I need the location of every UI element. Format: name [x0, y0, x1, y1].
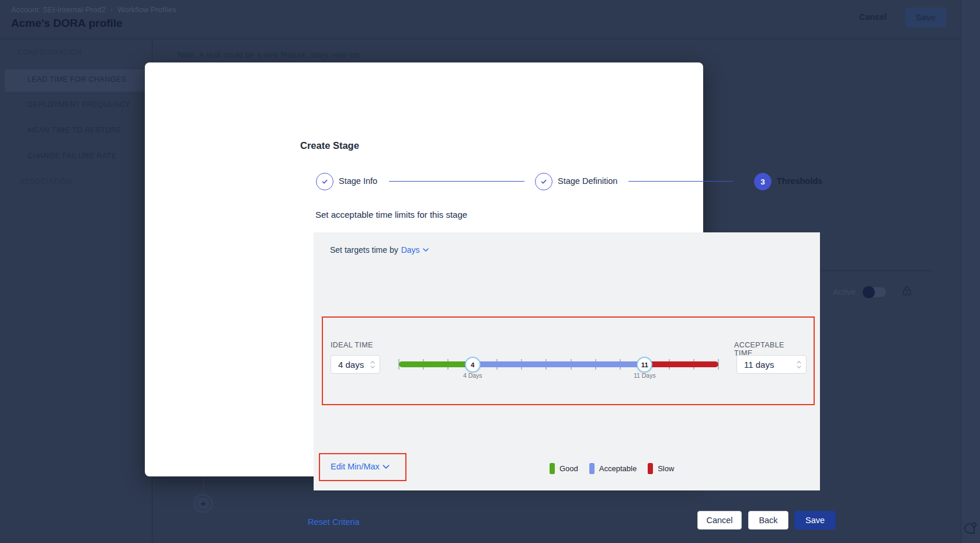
check-icon [540, 177, 548, 186]
step1-check-circle [316, 173, 333, 190]
modal-title: Create Stage [300, 140, 359, 151]
header-save-button: Save [905, 8, 946, 27]
step3-number-circle: 3 [754, 173, 772, 190]
modal-save-button[interactable]: Save [794, 511, 836, 530]
legend-item-acceptable: Acceptable [589, 463, 637, 474]
good-segment [399, 361, 472, 367]
step1-label[interactable]: Stage Info [339, 176, 377, 186]
chevron-down-icon [423, 248, 429, 252]
add-stage-button: + [196, 496, 210, 510]
edit-minmax-button[interactable]: Edit Min/Max [331, 462, 390, 471]
legend-item-slow: Slow [648, 463, 674, 474]
step2-label[interactable]: Stage Definition [558, 176, 617, 186]
modal-subtitle: Set acceptable time limits for this stag… [315, 210, 467, 220]
sidebar-item-mean-time-to-restore: MEAN TIME TO RESTORE [27, 126, 121, 134]
spinner-up-icon[interactable] [370, 361, 375, 364]
breadcrumb-account: Account: SEI-Internal-Prod2 [11, 5, 106, 14]
header-cancel-button: Cancel [859, 12, 887, 22]
threshold-legend: Good Acceptable Slow [550, 463, 674, 474]
sidebar-item-change-failure-rate: CHANGE FAILURE RATE [27, 152, 117, 160]
lock-icon [902, 286, 912, 296]
reset-criteria-link[interactable]: Reset Criteria [308, 517, 360, 527]
ideal-time-stepper[interactable] [370, 361, 375, 368]
active-toggle [864, 287, 886, 297]
unit-dropdown-value[interactable]: Days [401, 245, 420, 255]
check-icon [321, 177, 329, 186]
note-text: Note: A task could be a new feature, sto… [178, 50, 363, 60]
breadcrumb: Account: SEI-Internal-Prod2 › Workflow P… [11, 5, 176, 14]
ideal-slider-handle[interactable]: 4 [465, 357, 481, 373]
good-label: Good [559, 464, 578, 473]
spinner-up-icon[interactable] [797, 361, 801, 364]
acceptable-segment [472, 361, 645, 367]
slow-label: Slow [658, 464, 674, 473]
edit-minmax-label[interactable]: Edit Min/Max [331, 462, 380, 471]
step3-label: Thresholds [777, 176, 822, 186]
acceptable-time-value[interactable]: 11 days [744, 360, 774, 370]
chat-help-icon [962, 521, 978, 536]
sidebar-item-lead-time-for-changes: LEAD TIME FOR CHANGES [27, 75, 126, 83]
chevron-down-icon [383, 465, 390, 469]
ideal-time-value[interactable]: 4 days [338, 360, 364, 370]
good-swatch [550, 463, 555, 474]
right-panel-edge [961, 0, 980, 543]
step2-check-circle [535, 173, 552, 190]
slow-segment [645, 361, 718, 367]
breadcrumb-workflow-profiles: Workflow Profiles [117, 5, 176, 14]
legend-item-good: Good [550, 463, 578, 474]
ideal-time-label: IDEAL TIME [331, 341, 373, 349]
ideal-handle-caption: 4 Days [455, 372, 490, 379]
header-divider [0, 39, 980, 39]
sidebar-group-configuration: CONFIGURATION [18, 48, 82, 57]
acceptable-handle-caption: 11 Days [627, 372, 662, 379]
slow-swatch [648, 463, 653, 474]
set-targets-label: Set targets time by [330, 245, 398, 255]
step-connector-2 [628, 181, 733, 182]
breadcrumb-chevron-icon: › [110, 5, 113, 14]
sidebar-item-deployment-frequency: DEPLOYMENT FREQUENCY [27, 100, 130, 109]
acceptable-time-stepper[interactable] [797, 361, 801, 368]
threshold-slider-track[interactable] [399, 359, 718, 370]
modal-cancel-button[interactable]: Cancel [697, 511, 742, 530]
page-title: Acme's DORA profile [11, 17, 123, 30]
create-stage-modal: Create Stage Stage Info Stage Definition… [145, 62, 703, 476]
ideal-time-input[interactable]: 4 days [331, 355, 380, 374]
acceptable-time-input[interactable]: 11 days [736, 355, 807, 374]
spinner-down-icon[interactable] [797, 366, 801, 368]
set-targets-row: Set targets time by Days [330, 245, 429, 255]
plus-icon: + [200, 499, 206, 509]
acceptable-label: Acceptable [599, 464, 637, 473]
unit-dropdown[interactable]: Days [401, 245, 429, 255]
add-stage-connector [203, 476, 204, 494]
acceptable-swatch [589, 463, 595, 474]
toggle-knob [863, 286, 875, 298]
modal-back-button[interactable]: Back [748, 511, 788, 530]
sidebar-group-association: ASSOCIATION [19, 177, 72, 186]
spinner-down-icon[interactable] [370, 366, 375, 368]
step-connector-1 [389, 181, 524, 182]
step3-number: 3 [760, 177, 765, 186]
active-label: Active [833, 287, 856, 297]
